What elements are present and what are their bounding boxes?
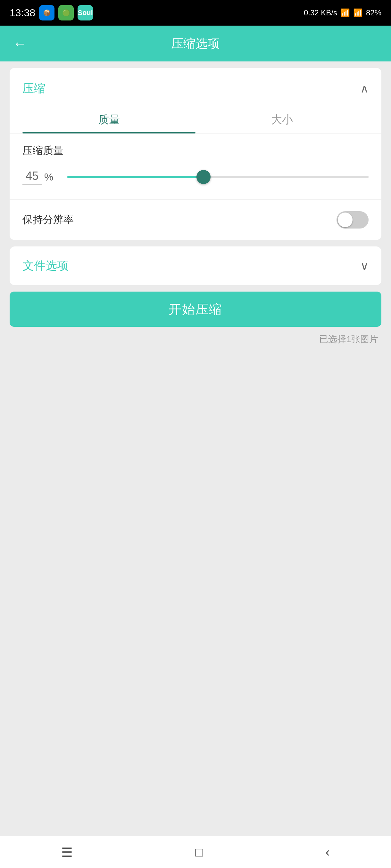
status-time: 13:38 [9,7,35,19]
toggle-label: 保持分辨率 [22,213,74,227]
status-left: 13:38 📦 🟢 Soul [9,5,93,21]
network-speed: 0.32 KB/s [304,8,337,17]
file-options-title: 文件选项 [22,258,68,274]
bottom-nav: ☰ □ ‹ [0,836,391,868]
file-chevron-icon[interactable]: ∨ [360,259,368,273]
signal-icon: 📶 [340,8,350,17]
slider-value-display: 45 [22,169,42,185]
soul-app-icon: Soul [78,5,93,21]
quality-label: 压缩质量 [22,144,368,158]
battery-label: 82% [366,8,381,17]
slider-row: 45 % [22,167,368,187]
compress-card: 压缩 ∧ 质量 大小 压缩质量 45 % [9,68,381,240]
start-compress-button[interactable]: 开始压缩 [9,291,381,327]
file-options-card: 文件选项 ∨ [9,246,381,285]
page-title: 压缩选项 [171,35,220,52]
status-right: 0.32 KB/s 📶 📶 82% [304,8,381,17]
compress-tabs: 质量 大小 [9,106,381,134]
back-nav-button[interactable]: ‹ [306,842,349,863]
home-button[interactable]: □ [176,842,222,863]
wifi-icon: 📶 [353,8,363,17]
dropbox-icon: 📦 [39,5,55,21]
toggle-thumb [338,213,353,227]
back-button[interactable]: ← [13,35,27,52]
toggle-row: 保持分辨率 [9,200,381,240]
compress-chevron-icon[interactable]: ∧ [360,82,368,95]
top-nav: ← 压缩选项 [0,26,391,61]
selected-count: 已选择1张图片 [9,333,381,345]
compress-title: 压缩 [22,81,46,96]
tab-quality[interactable]: 质量 [22,106,196,133]
tab-size[interactable]: 大小 [196,106,368,133]
slider-unit: % [44,171,53,183]
quality-slider[interactable] [67,176,368,178]
status-bar: 13:38 📦 🟢 Soul 0.32 KB/s 📶 📶 82% [0,0,391,26]
slider-container[interactable] [67,167,368,187]
main-content: 压缩 ∧ 质量 大小 压缩质量 45 % [0,61,391,868]
green-app-icon: 🟢 [58,5,74,21]
quality-section: 压缩质量 45 % [9,134,381,193]
menu-button[interactable]: ☰ [42,842,92,863]
resolution-toggle[interactable] [337,211,368,228]
file-section-header[interactable]: 文件选项 ∨ [9,246,381,285]
compress-section-header[interactable]: 压缩 ∧ [9,68,381,106]
slider-value-box: 45 % [22,169,58,185]
